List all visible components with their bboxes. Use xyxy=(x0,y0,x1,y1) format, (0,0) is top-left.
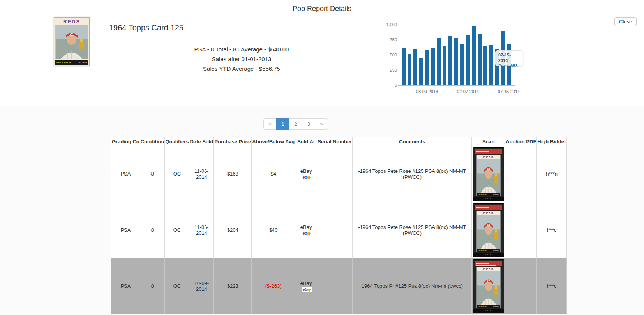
chart-bar[interactable] xyxy=(483,46,487,85)
table-header-serial-number: Serial Number xyxy=(317,137,353,146)
cell-purchase-price: $223 xyxy=(214,258,252,314)
chart-ytick-label: 750 xyxy=(384,37,397,42)
cell-comments: -1964 Topps Pete Rose #125 PSA 8(oc) NM-… xyxy=(353,146,472,202)
table-header-scan: Scan xyxy=(472,137,505,146)
chart-bar[interactable] xyxy=(408,54,411,85)
table-header-comments: Comments xyxy=(353,137,472,146)
card-player-position: 2nd base xyxy=(77,61,87,63)
tooltip-price: Price: 683 xyxy=(498,63,520,69)
psa-grade-label xyxy=(475,261,502,266)
chart-bar[interactable] xyxy=(448,36,452,85)
chart-bar[interactable] xyxy=(402,48,406,85)
chart-bar[interactable] xyxy=(454,38,458,85)
table-header-grading-co: Grading Co xyxy=(111,137,140,146)
chart-tooltip: 07-15-2014 Price: 683 xyxy=(495,50,523,66)
cell-purchase-price: $168 xyxy=(214,146,252,202)
card-scan-thumbnail[interactable]: REDSCPETE ROSE2nd basePWCC xyxy=(473,203,504,257)
cell-sold-at: eBayebay xyxy=(295,146,317,202)
player-photo-art: C xyxy=(477,159,500,193)
chart-bar[interactable] xyxy=(437,38,441,85)
table-header-sold-at: Sold At xyxy=(295,137,317,146)
sales-price-chart: 02505007501,00008-09-201302-07-201407-15… xyxy=(384,18,540,98)
ebay-logo-icon: ebay xyxy=(302,231,312,236)
stat-average: PSA - 8 Total - 81 Average - $640.00 xyxy=(168,44,316,54)
card-scan-thumbnail[interactable]: REDSCPETE ROSE2nd basePWCC xyxy=(473,147,504,201)
cell-high-bidder: i***c xyxy=(537,202,567,258)
cell-date-sold: 11-06-2014 xyxy=(189,146,214,202)
cell-auction-pdf xyxy=(505,258,537,314)
chart-xtick-label: 08-09-2013 xyxy=(416,89,438,94)
chart-bar[interactable] xyxy=(466,35,470,85)
svg-text:C: C xyxy=(487,167,490,171)
player-photo-art: C xyxy=(477,271,500,305)
cell-sold-at: eBayebay xyxy=(295,258,317,314)
sales-table: Grading CoConditionQualifiersDate SoldPu… xyxy=(111,137,567,314)
scan-watermark: PWCC xyxy=(473,309,504,313)
card-scan-thumbnail[interactable]: REDSCPETE ROSE2nd basePWCC xyxy=(473,259,504,313)
cell-serial xyxy=(317,258,353,314)
chart-bar[interactable] xyxy=(443,46,446,85)
scan-card-art: REDSCPETE ROSE2nd base xyxy=(476,211,501,252)
pagination-page-3[interactable]: 3 xyxy=(302,118,315,130)
cell-scan: REDSCPETE ROSE2nd basePWCC xyxy=(472,202,505,258)
pagination-page-2[interactable]: 2 xyxy=(289,118,302,130)
card-photo: C xyxy=(55,25,88,59)
chart-xtick-label: 02-07-2014 xyxy=(457,89,479,94)
cell-purchase-price: $204 xyxy=(214,202,252,258)
psa-grade-label xyxy=(475,149,502,154)
chart-bar[interactable] xyxy=(478,34,482,85)
svg-text:C: C xyxy=(487,279,490,283)
pagination-page-1[interactable]: 1 xyxy=(276,118,289,130)
table-row: PSA8OC11-06-2014$168$4eBayebay-1964 Topp… xyxy=(111,146,567,202)
stat-sales-after: Sales after 01-01-2013 xyxy=(168,54,316,64)
close-button[interactable]: Close xyxy=(614,17,637,26)
table-header-date-sold: Date Sold xyxy=(189,137,214,146)
table-row: PSA8OC11-06-2014$204$40eBayebay-1964 Top… xyxy=(111,202,567,258)
scan-card-art: REDSCPETE ROSE2nd base xyxy=(476,155,501,196)
chart-bar[interactable] xyxy=(489,45,493,85)
stat-ytd-average: Sales YTD Average - $556.75 xyxy=(168,64,316,74)
player-photo-art: C xyxy=(56,25,88,59)
cell-qualifiers: OC xyxy=(165,258,189,314)
scan-watermark: PWCC xyxy=(473,253,504,257)
cell-above-below: $40 xyxy=(252,202,295,258)
svg-text:C: C xyxy=(487,223,490,227)
cell-auction-pdf xyxy=(505,202,537,258)
pagination: « 1 2 3 » xyxy=(263,118,328,130)
cell-above-below: $4 xyxy=(252,146,295,202)
chart-gridline xyxy=(398,85,515,86)
chart-gridline xyxy=(398,25,515,25)
card-team-name: REDS xyxy=(55,19,88,25)
cell-serial xyxy=(317,146,353,202)
cell-qualifiers: OC xyxy=(165,146,189,202)
player-photo-art: C xyxy=(477,215,500,249)
chart-bar[interactable] xyxy=(460,44,464,85)
table-header-above-below-avg: Above/Below Avg xyxy=(252,137,295,146)
table-header-high-bidder: High Bidder xyxy=(537,137,567,146)
chart-bar[interactable] xyxy=(419,58,423,85)
cell-qualifiers: OC xyxy=(165,202,189,258)
card-image: REDS C PETE ROSE 2nd base xyxy=(54,17,90,66)
pagination-next[interactable]: » xyxy=(315,118,328,130)
chart-bar[interactable] xyxy=(425,50,429,85)
pagination-prev[interactable]: « xyxy=(263,118,277,130)
ebay-logo-icon: ebay xyxy=(302,175,312,179)
scan-card-art: REDSCPETE ROSE2nd base xyxy=(476,267,501,308)
table-header-auction-pdf: Auction PDF xyxy=(505,137,537,146)
psa-grade-label xyxy=(475,205,502,210)
chart-ytick-label: 1,000 xyxy=(384,22,397,27)
tooltip-date: 07-15-2014 xyxy=(498,52,520,63)
cell-date-sold: 11-06-2014 xyxy=(189,202,214,258)
cell-above-below: ($-263) xyxy=(252,258,295,314)
table-header-purchase-price: Purchase Price xyxy=(214,137,252,146)
card-stats: PSA - 8 Total - 81 Average - $640.00 Sal… xyxy=(168,44,316,74)
cell-high-bidder: l***c xyxy=(537,258,567,314)
scan-watermark: PWCC xyxy=(473,197,504,201)
cell-grading-co: PSA xyxy=(111,146,140,202)
card-footer: PETE ROSE 2nd base xyxy=(55,60,88,65)
chart-bar[interactable] xyxy=(472,26,476,85)
cell-scan: REDSCPETE ROSE2nd basePWCC xyxy=(472,146,505,202)
chart-bar[interactable] xyxy=(431,48,435,85)
chart-bar[interactable] xyxy=(413,49,417,85)
cell-grading-co: PSA xyxy=(111,258,140,314)
